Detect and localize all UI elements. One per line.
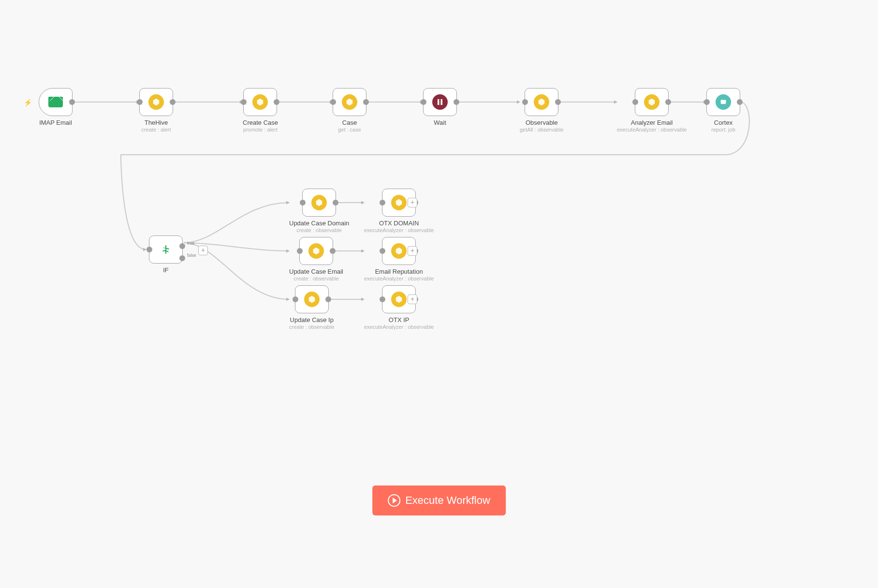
port-icon[interactable] bbox=[380, 248, 385, 254]
hive-icon bbox=[342, 94, 357, 110]
add-connection-button[interactable]: + bbox=[408, 246, 417, 256]
hive-icon bbox=[308, 243, 324, 259]
node-subtitle: create : observable bbox=[289, 276, 343, 281]
node-title: Case bbox=[338, 119, 361, 126]
node-case[interactable]: Case get : case bbox=[333, 88, 366, 132]
pause-icon bbox=[432, 94, 448, 110]
node-title: IMAP Email bbox=[39, 119, 72, 126]
node-title: Cortex bbox=[711, 119, 735, 126]
svg-rect-10 bbox=[438, 99, 439, 105]
node-title: Create Case bbox=[243, 119, 278, 126]
port-icon[interactable] bbox=[704, 99, 710, 105]
hive-icon bbox=[252, 94, 268, 110]
port-icon[interactable] bbox=[421, 99, 426, 105]
add-connection-button[interactable]: + bbox=[408, 294, 417, 304]
node-subtitle: promote : alert bbox=[243, 127, 278, 132]
node-subtitle: create : observable bbox=[289, 227, 349, 233]
node-if[interactable]: true false IF bbox=[149, 235, 183, 274]
hive-icon bbox=[391, 243, 407, 259]
port-icon[interactable] bbox=[297, 248, 303, 254]
node-subtitle: getAll : observable bbox=[520, 127, 564, 132]
node-subtitle: create : observable bbox=[289, 324, 335, 330]
execute-workflow-button[interactable]: Execute Workflow bbox=[372, 485, 506, 515]
node-title: Update Case Email bbox=[289, 268, 343, 275]
trigger-bolt-icon: ⚡ bbox=[24, 99, 32, 106]
port-icon[interactable] bbox=[293, 296, 298, 302]
execute-label: Execute Workflow bbox=[405, 494, 490, 507]
port-icon[interactable] bbox=[380, 296, 385, 302]
port-icon[interactable] bbox=[333, 200, 338, 206]
port-icon[interactable] bbox=[330, 248, 336, 254]
port-label-true: true bbox=[187, 241, 195, 246]
hive-icon bbox=[644, 94, 659, 110]
node-subtitle: create : alert bbox=[141, 127, 171, 132]
add-connection-button[interactable]: + bbox=[408, 198, 417, 207]
port-icon[interactable] bbox=[665, 99, 671, 105]
node-analyzer-email[interactable]: Analyzer Email executeAnalyzer : observa… bbox=[617, 88, 687, 132]
port-icon[interactable] bbox=[522, 99, 528, 105]
port-icon[interactable] bbox=[632, 99, 638, 105]
branch-icon bbox=[159, 242, 173, 257]
node-title: IF bbox=[163, 266, 169, 274]
port-icon[interactable] bbox=[380, 200, 385, 206]
port-icon[interactable] bbox=[454, 99, 459, 105]
email-icon bbox=[48, 97, 63, 107]
port-icon[interactable] bbox=[325, 296, 331, 302]
hive-icon bbox=[534, 94, 549, 110]
node-subtitle: executeAnalyzer : observable bbox=[617, 127, 687, 132]
port-icon[interactable] bbox=[300, 200, 306, 206]
node-update-case-ip[interactable]: Update Case Ip create : observable bbox=[289, 285, 335, 330]
port-icon[interactable] bbox=[170, 99, 176, 105]
node-title: Update Case Ip bbox=[289, 316, 335, 323]
port-icon[interactable] bbox=[241, 99, 247, 105]
port-false[interactable] bbox=[179, 255, 185, 261]
port-icon[interactable] bbox=[363, 99, 369, 105]
port-true[interactable] bbox=[179, 243, 185, 249]
port-icon[interactable] bbox=[737, 99, 743, 105]
port-icon[interactable] bbox=[555, 99, 561, 105]
node-subtitle: report: job bbox=[711, 127, 735, 132]
node-subtitle: executeAnalyzer : observable bbox=[364, 227, 434, 233]
port-icon[interactable] bbox=[146, 247, 152, 252]
node-update-case-domain[interactable]: Update Case Domain create : observable bbox=[289, 189, 349, 233]
node-title: Update Case Domain bbox=[289, 220, 349, 227]
node-title: Analyzer Email bbox=[617, 119, 687, 126]
port-label-false: false bbox=[187, 253, 196, 258]
node-otx-ip[interactable]: OTX IP executeAnalyzer : observable bbox=[364, 285, 434, 330]
node-observable[interactable]: Observable getAll : observable bbox=[520, 88, 564, 132]
node-subtitle: get : case bbox=[338, 127, 361, 132]
node-update-case-email[interactable]: Update Case Email create : observable bbox=[289, 237, 343, 281]
node-subtitle: executeAnalyzer : observable bbox=[364, 276, 434, 281]
node-otx-domain[interactable]: OTX DOMAIN executeAnalyzer : observable bbox=[364, 189, 434, 233]
add-connection-button[interactable]: + bbox=[198, 246, 208, 255]
node-title: OTX DOMAIN bbox=[364, 220, 434, 227]
svg-rect-11 bbox=[441, 99, 443, 105]
cortex-icon bbox=[716, 94, 731, 110]
port-icon[interactable] bbox=[69, 99, 75, 105]
node-wait[interactable]: Wait bbox=[423, 88, 457, 126]
node-title: Observable bbox=[520, 119, 564, 126]
port-icon[interactable] bbox=[330, 99, 336, 105]
play-icon bbox=[388, 494, 400, 507]
hive-icon bbox=[148, 94, 164, 110]
workflow-canvas[interactable]: ⚡ IMAP Email TheHive create : alert Crea… bbox=[0, 0, 878, 588]
hive-icon bbox=[391, 292, 407, 307]
node-title: OTX IP bbox=[364, 316, 434, 323]
hive-icon bbox=[311, 195, 327, 210]
node-title: Wait bbox=[434, 119, 446, 126]
node-title: TheHive bbox=[141, 119, 171, 126]
port-icon[interactable] bbox=[137, 99, 143, 105]
port-icon[interactable] bbox=[274, 99, 279, 105]
node-cortex[interactable]: Cortex report: job bbox=[706, 88, 740, 132]
node-title: Email Reputation bbox=[364, 268, 434, 275]
node-subtitle: executeAnalyzer : observable bbox=[364, 324, 434, 330]
node-imap-email[interactable]: IMAP Email bbox=[39, 88, 73, 126]
node-email-reputation[interactable]: Email Reputation executeAnalyzer : obser… bbox=[364, 237, 434, 281]
hive-icon bbox=[304, 292, 320, 307]
node-create-case[interactable]: Create Case promote : alert bbox=[243, 88, 278, 132]
node-thehive[interactable]: TheHive create : alert bbox=[139, 88, 173, 132]
hive-icon bbox=[391, 195, 407, 210]
